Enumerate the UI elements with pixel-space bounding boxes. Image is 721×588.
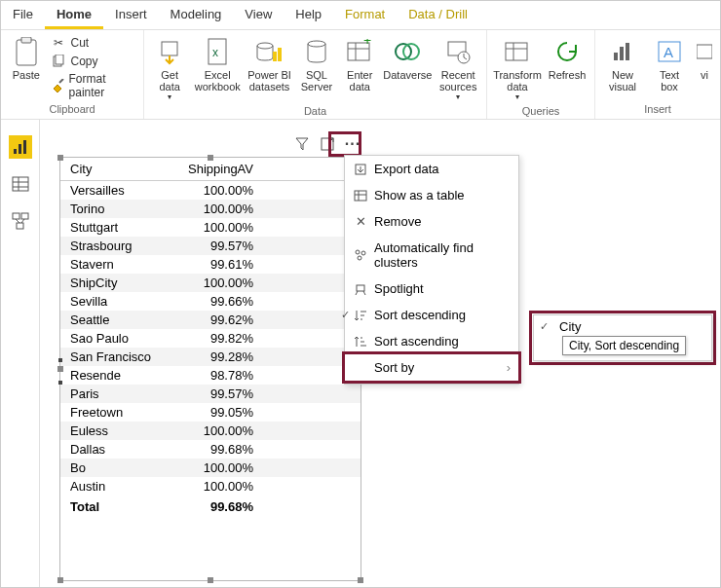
- svg-rect-5: [162, 42, 177, 55]
- resize-handle[interactable]: [208, 577, 213, 583]
- submenu-city[interactable]: ✓City: [534, 315, 711, 338]
- chevron-right-icon: ›: [507, 360, 511, 375]
- table-row[interactable]: Stuttgart100.00%: [60, 218, 360, 237]
- resize-handle[interactable]: [208, 155, 213, 161]
- menu-find-clusters[interactable]: Automatically find clusters: [345, 235, 518, 276]
- refresh-button[interactable]: Refresh: [546, 34, 588, 83]
- cut-button[interactable]: ✂Cut: [49, 34, 137, 52]
- resize-handle[interactable]: [358, 577, 363, 583]
- svg-point-11: [308, 41, 325, 47]
- report-canvas[interactable]: ··· City ShippingAV Versailles100.00%Tor…: [40, 120, 720, 587]
- tab-insert[interactable]: Insert: [103, 1, 159, 29]
- cell-city: Austin: [60, 477, 171, 496]
- report-view-button[interactable]: [9, 135, 32, 159]
- tab-format[interactable]: Format: [333, 1, 397, 29]
- sql-server-button[interactable]: SQL Server: [297, 34, 336, 94]
- recent-icon: [442, 36, 474, 67]
- cell-value: 100.00%: [171, 422, 263, 440]
- tab-file[interactable]: File: [1, 1, 45, 29]
- transform-data-button[interactable]: Transform data▾: [493, 34, 542, 103]
- col-header-city[interactable]: City: [60, 158, 171, 181]
- menu-sort-by[interactable]: Sort by›: [342, 351, 521, 384]
- resize-handle[interactable]: [57, 577, 63, 583]
- tooltip: City, Sort descending: [562, 336, 686, 355]
- ribbon: Paste ✂Cut Copy Format painter Clipboard…: [1, 30, 720, 120]
- new-visual-button[interactable]: New visual: [601, 34, 644, 94]
- svg-text:+: +: [363, 39, 371, 48]
- format-painter-button[interactable]: Format painter: [49, 71, 137, 100]
- menu-export-data[interactable]: Export data: [345, 156, 518, 182]
- table-row[interactable]: Versailles100.00%: [60, 181, 360, 201]
- table-row[interactable]: Paris99.57%: [60, 385, 360, 403]
- cell-value: 99.28%: [171, 348, 263, 366]
- cell-value: 99.05%: [171, 403, 263, 422]
- copy-button[interactable]: Copy: [49, 53, 137, 70]
- more-visuals-button[interactable]: vi: [695, 34, 714, 83]
- tab-data-drill[interactable]: Data / Drill: [397, 1, 479, 29]
- get-data-icon: [154, 36, 185, 67]
- table-row[interactable]: Freetown99.05%: [60, 403, 360, 422]
- svg-text:x: x: [212, 46, 218, 59]
- powerbi-datasets-button[interactable]: Power BI datasets: [246, 34, 293, 94]
- cell-value: 100.00%: [171, 274, 263, 292]
- table-row[interactable]: Sevilla99.66%: [60, 292, 360, 311]
- table-row[interactable]: ShipCity100.00%: [60, 274, 360, 292]
- filter-icon[interactable]: [293, 135, 311, 153]
- svg-rect-25: [626, 43, 629, 60]
- resize-handle[interactable]: [57, 155, 63, 161]
- model-view-button[interactable]: [9, 209, 32, 233]
- table-row[interactable]: Resende98.78%: [60, 366, 360, 385]
- excel-workbook-button[interactable]: xExcel workbook: [193, 34, 242, 94]
- cell-value: 100.00%: [171, 200, 263, 218]
- svg-point-47: [361, 251, 365, 255]
- table-row[interactable]: Stavern99.61%: [60, 255, 360, 274]
- paste-button[interactable]: Paste: [7, 34, 45, 83]
- table-row[interactable]: Bo100.00%: [60, 459, 360, 477]
- svg-point-8: [257, 43, 273, 49]
- tab-home[interactable]: Home: [45, 1, 103, 29]
- scissors-icon: ✂: [51, 35, 66, 51]
- svg-rect-30: [19, 144, 21, 154]
- excel-icon: x: [202, 36, 233, 67]
- table-row[interactable]: Strasbourg99.57%: [60, 237, 360, 255]
- menu-remove[interactable]: ✕Remove: [345, 208, 518, 235]
- remove-icon: ✕: [353, 214, 368, 230]
- focus-mode-icon[interactable]: [319, 135, 336, 153]
- table-row[interactable]: San Francisco99.28%: [60, 348, 360, 366]
- recent-sources-button[interactable]: Recent sources▾: [436, 34, 480, 103]
- table-row[interactable]: Dallas99.68%: [60, 440, 360, 459]
- tab-modeling[interactable]: Modeling: [159, 1, 234, 29]
- data-view-button[interactable]: [9, 172, 32, 196]
- context-menu: Export data Show as a table ✕Remove Auto…: [344, 155, 519, 385]
- cell-city: Stavern: [60, 255, 171, 274]
- text-box-button[interactable]: AText box: [648, 34, 691, 94]
- svg-rect-28: [697, 45, 712, 58]
- menu-sort-ascending[interactable]: Sort ascending: [345, 328, 518, 354]
- col-header-value[interactable]: ShippingAV: [171, 158, 263, 181]
- table-row[interactable]: Torino100.00%: [60, 200, 360, 218]
- pbi-datasets-icon: [254, 36, 285, 67]
- resize-handle[interactable]: [57, 366, 63, 372]
- table-row[interactable]: Austin100.00%: [60, 477, 360, 496]
- cell-city: Bo: [60, 459, 171, 477]
- table-visual[interactable]: City ShippingAV Versailles100.00%Torino1…: [59, 157, 361, 581]
- more-options-icon[interactable]: ···: [344, 135, 361, 153]
- svg-rect-3: [56, 55, 63, 64]
- table-row[interactable]: Euless100.00%: [60, 422, 360, 440]
- tab-help[interactable]: Help: [284, 1, 333, 29]
- sort-asc-icon: [353, 334, 368, 349]
- get-data-button[interactable]: Get data▾: [150, 34, 189, 103]
- menu-show-table[interactable]: Show as a table: [345, 182, 518, 208]
- svg-line-40: [21, 219, 24, 223]
- menu-sort-descending[interactable]: ✓Sort descending: [345, 302, 518, 328]
- enter-data-button[interactable]: +Enter data: [340, 34, 379, 94]
- table-row[interactable]: Seattle99.62%: [60, 311, 360, 329]
- clusters-icon: [353, 247, 368, 263]
- table-row[interactable]: Sao Paulo99.82%: [60, 329, 360, 348]
- cell-value: 100.00%: [171, 477, 263, 496]
- dataverse-button[interactable]: Dataverse: [383, 34, 432, 83]
- tab-view[interactable]: View: [233, 1, 284, 29]
- cell-value: 99.57%: [171, 385, 263, 403]
- cell-value: 99.68%: [171, 440, 263, 459]
- menu-spotlight[interactable]: Spotlight: [345, 276, 518, 302]
